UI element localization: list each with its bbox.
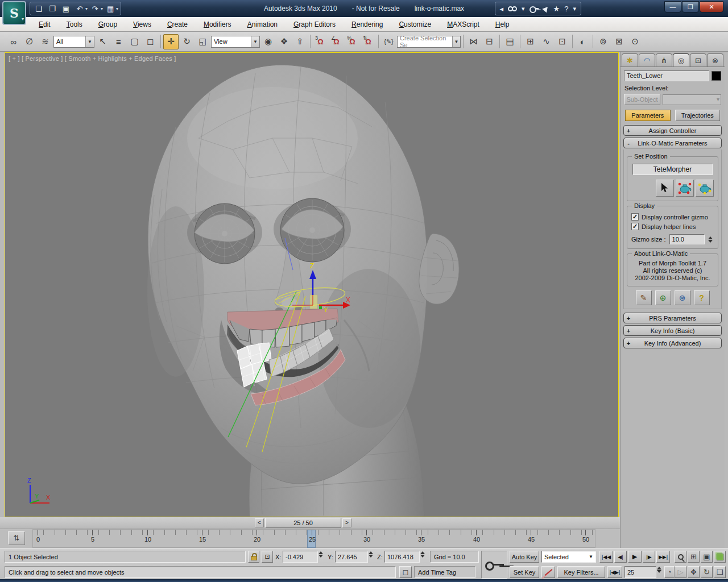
- time-slider-handle[interactable]: 25 / 50: [265, 518, 341, 528]
- previous-frame-button[interactable]: ◀|: [614, 551, 627, 563]
- close-button[interactable]: ✕: [700, 1, 723, 13]
- website-button[interactable]: ⊛: [675, 290, 690, 305]
- rendered-frame-window-icon[interactable]: ⊠: [611, 34, 627, 49]
- window-crossing-icon[interactable]: ◻: [143, 34, 158, 49]
- selection-lock-toggle[interactable]: [248, 551, 259, 563]
- link-o-matic-rollout[interactable]: - Link-O-Matic Parameters: [623, 138, 722, 148]
- gizmo-size-field[interactable]: 10.0: [669, 234, 705, 244]
- keyboard-shortcut-override-icon[interactable]: ⇧: [292, 34, 308, 49]
- communication-center-icon[interactable]: [542, 5, 549, 12]
- selection-filter-arrow-icon[interactable]: ▼: [85, 36, 94, 47]
- undo-dropdown-icon[interactable]: ▾: [85, 6, 88, 11]
- selection-set-dropdown[interactable]: Selected ▼: [541, 551, 596, 563]
- named-sets-arrow-icon[interactable]: ▼: [452, 36, 460, 47]
- tab-modify-icon[interactable]: ◠: [639, 53, 655, 66]
- render-setup-icon[interactable]: ⊚: [595, 34, 611, 49]
- project-folder-icon[interactable]: ▦: [104, 3, 117, 14]
- isolate-selection-toggle[interactable]: ◻: [399, 566, 412, 578]
- tab-hierarchy-icon[interactable]: ⋔: [656, 53, 672, 66]
- viewport-label[interactable]: [ + ] [ Perspective ] [ Smooth + Highlig…: [9, 55, 176, 62]
- x-spinner[interactable]: [318, 551, 323, 563]
- assign-controller-rollout[interactable]: + Assign Controller: [623, 125, 722, 136]
- menu-graph-editors[interactable]: Graph Editors: [287, 19, 342, 30]
- tab-create-icon[interactable]: ✱: [622, 53, 638, 66]
- menu-edit[interactable]: Edit: [32, 19, 57, 30]
- right-eyeball[interactable]: [280, 198, 344, 262]
- morph-toolkit-button[interactable]: ✎: [636, 290, 652, 305]
- new-scene-icon[interactable]: ❏: [32, 3, 45, 14]
- percent-snap-icon[interactable]: %Ω: [345, 34, 360, 49]
- angle-snap-icon[interactable]: ∠Ω: [329, 34, 344, 49]
- pick-object-button[interactable]: [656, 180, 674, 197]
- layer-manager-icon[interactable]: ▤: [502, 34, 518, 49]
- next-frame-slider-button[interactable]: >: [342, 518, 351, 527]
- infocenter-collapse-icon[interactable]: ◂: [500, 5, 504, 13]
- select-and-rotate-icon[interactable]: ↻: [179, 34, 195, 49]
- add-time-tag[interactable]: Add Time Tag: [414, 566, 475, 578]
- qat-overflow-icon[interactable]: ▾: [116, 6, 118, 11]
- named-selection-sets-input[interactable]: Create Selection Se ▼: [397, 36, 461, 48]
- menu-create[interactable]: Create: [160, 19, 195, 30]
- render-production-icon[interactable]: ⊙: [627, 34, 643, 49]
- help-dropdown-icon[interactable]: ▾: [573, 5, 576, 13]
- material-editor-icon[interactable]: ◐: [575, 34, 590, 49]
- select-by-name-icon[interactable]: ≡: [111, 34, 126, 49]
- spinner-down-icon[interactable]: [708, 240, 713, 243]
- display-helper-lines-checkbox[interactable]: ✓: [631, 223, 639, 230]
- time-slider[interactable]: < 25 / 50 >: [0, 517, 620, 529]
- play-button[interactable]: ▶: [628, 551, 642, 563]
- mini-curve-editor-button[interactable]: ⇅: [8, 531, 25, 545]
- menu-help[interactable]: Help: [489, 19, 516, 30]
- menu-animation[interactable]: Animation: [241, 19, 284, 30]
- arc-rotate-button[interactable]: ↻: [701, 566, 713, 578]
- key-info-advanced-rollout[interactable]: + Key Info (Advanced): [623, 338, 722, 348]
- rectangular-selection-region-icon[interactable]: ▢: [127, 34, 142, 49]
- maximize-viewport-toggle[interactable]: ❏: [714, 566, 726, 578]
- scene-explorer-icon[interactable]: ⊞: [523, 34, 538, 49]
- track-bar[interactable]: ⇅ 0 5 10 15 20 25 30 35 40 45 50: [0, 529, 620, 548]
- select-object-icon[interactable]: ↖: [95, 34, 110, 49]
- spinner-up-icon[interactable]: [708, 236, 713, 239]
- redo-icon[interactable]: ↷: [89, 3, 101, 14]
- search-dropdown-icon[interactable]: ▾: [522, 5, 525, 13]
- menu-views[interactable]: Views: [126, 19, 158, 30]
- left-eyeball[interactable]: [195, 203, 255, 264]
- selection-set-arrow-icon[interactable]: ▼: [589, 554, 593, 559]
- use-pivot-point-center-icon[interactable]: ◉: [260, 34, 276, 49]
- menu-group[interactable]: Group: [92, 19, 124, 30]
- favorites-star-icon[interactable]: ★: [553, 5, 560, 13]
- sub-object-dropdown[interactable]: [663, 94, 721, 105]
- help-icon[interactable]: ?: [564, 5, 568, 13]
- menu-modifiers[interactable]: Modifiers: [197, 19, 238, 30]
- absolute-morph-button[interactable]: [676, 180, 694, 197]
- select-and-link-icon[interactable]: ∞: [6, 34, 21, 49]
- mirror-icon[interactable]: ⋈: [466, 34, 481, 49]
- x-coord-field[interactable]: -0.429: [283, 551, 318, 563]
- z-spinner[interactable]: [420, 551, 425, 563]
- select-and-move-icon[interactable]: ✛: [163, 34, 179, 49]
- maximize-button[interactable]: ❐: [682, 1, 699, 13]
- gizmo-size-spinner[interactable]: [708, 236, 713, 243]
- next-frame-button[interactable]: |▶: [643, 551, 655, 563]
- frame-spinner[interactable]: [657, 567, 661, 579]
- trajectories-tab-button[interactable]: Trajectories: [675, 110, 721, 121]
- set-keys-button[interactable]: [481, 551, 507, 579]
- perspective-viewport[interactable]: [ + ] [ Perspective ] [ Smooth + Highlig…: [5, 52, 619, 517]
- search-icon[interactable]: [508, 6, 517, 11]
- pan-view-button[interactable]: ✥: [688, 566, 700, 578]
- prs-parameters-rollout[interactable]: + PRS Parameters: [623, 313, 722, 323]
- go-to-start-button[interactable]: |◀◀: [599, 551, 613, 563]
- zoom-all-button[interactable]: ⊞: [688, 551, 700, 563]
- bind-to-spacewarp-icon[interactable]: ≋: [38, 34, 53, 49]
- key-info-basic-rollout[interactable]: + Key Info (Basic): [623, 325, 722, 336]
- redo-dropdown-icon[interactable]: ▾: [101, 6, 103, 11]
- key-filters-button[interactable]: Key Filters...: [557, 566, 605, 578]
- display-controller-gizmo-checkbox[interactable]: ✓: [631, 213, 639, 221]
- absolute-offset-toggle[interactable]: ⊡: [262, 551, 273, 563]
- open-file-icon[interactable]: ❐: [46, 3, 59, 14]
- object-name-field[interactable]: Teeth_Lower: [624, 70, 709, 81]
- align-icon[interactable]: ⊟: [482, 34, 497, 49]
- reference-coordinate-system-dropdown[interactable]: View ▼: [211, 36, 260, 48]
- menu-tools[interactable]: Tools: [60, 19, 89, 30]
- tetemorpher-field[interactable]: TeteMorpher: [632, 164, 713, 175]
